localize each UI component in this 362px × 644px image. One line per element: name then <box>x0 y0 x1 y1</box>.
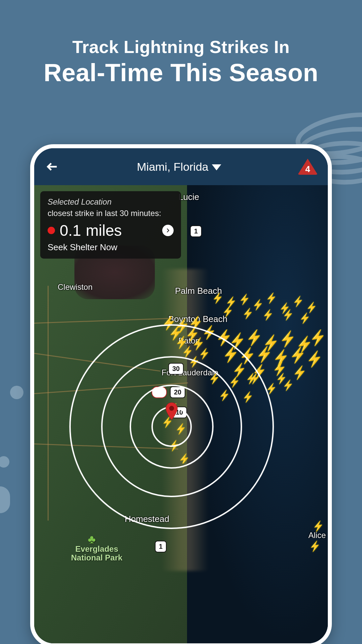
location-name: Miami, Florida <box>137 160 208 173</box>
chevron-right-icon <box>165 228 171 233</box>
svg-point-0 <box>169 406 174 411</box>
distance-value: 0.1 <box>60 221 81 239</box>
arrow-left-icon <box>46 160 59 173</box>
city-label: Lucie <box>178 192 199 202</box>
info-expand-button[interactable] <box>162 225 174 236</box>
distance-unit: miles <box>86 221 122 239</box>
alert-count: 4 <box>305 164 310 174</box>
map-view[interactable]: Lucie Clewiston Palm Beach Boynton Beach… <box>34 185 328 643</box>
heading-line1: Track Lightning Strikes In <box>0 37 362 57</box>
advice-text: Seek Shelter Now <box>48 242 174 253</box>
page-heading: Track Lightning Strikes In Real-Time Thi… <box>0 0 362 87</box>
alert-badge[interactable]: 4 <box>298 158 318 175</box>
lightning-cluster: ⚡⚡⚡⚡⚡⚡⚡⚡⚡⚡⚡⚡⚡ <box>212 292 326 333</box>
map-road <box>48 286 49 521</box>
location-pin-icon <box>166 402 178 420</box>
lightning-cluster: ⚡⚡ <box>309 521 328 561</box>
park-label: Everglades National Park <box>71 545 122 562</box>
chevron-down-icon <box>212 164 221 170</box>
city-label: Clewiston <box>58 282 93 292</box>
strike-info-card[interactable]: Selected Location closest strike in last… <box>40 191 181 259</box>
back-button[interactable] <box>44 159 60 175</box>
info-title: Selected Location <box>48 197 174 207</box>
strike-indicator-icon <box>48 227 55 234</box>
app-header: Miami, Florida 4 <box>34 148 328 185</box>
info-subtitle: closest strike in last 30 minutes: <box>48 209 174 218</box>
location-dropdown[interactable]: Miami, Florida <box>137 160 221 173</box>
route-shield: 1 <box>190 225 202 237</box>
heading-line2: Real-Time This Season <box>0 58 362 87</box>
route-shield: 1 <box>155 541 167 552</box>
phone-mockup: Miami, Florida 4 Lucie Clewiston Palm Be… <box>30 144 332 644</box>
info-distance-row: 0.1 miles <box>48 221 174 239</box>
